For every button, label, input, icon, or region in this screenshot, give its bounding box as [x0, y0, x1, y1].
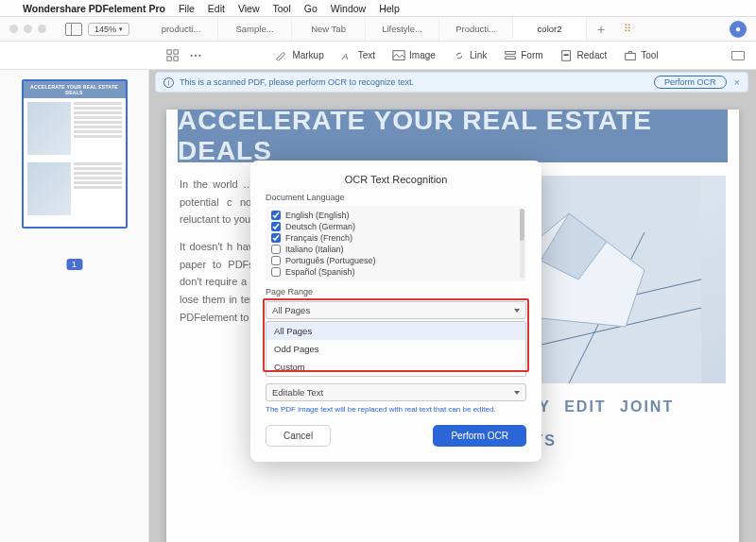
redact-icon — [560, 49, 574, 62]
svg-rect-9 — [506, 51, 516, 54]
lang-checkbox[interactable] — [271, 211, 281, 220]
svg-point-6 — [198, 54, 200, 56]
tab-5[interactable]: color2 — [513, 17, 587, 41]
svg-rect-10 — [506, 56, 516, 59]
output-helper-text: The PDF image text will be replaced with… — [266, 405, 526, 414]
ocr-notice-bar: i This is a scanned PDF, please perform … — [155, 72, 748, 93]
new-tab-button[interactable]: + — [587, 17, 615, 41]
traffic-close-icon[interactable] — [9, 25, 18, 33]
language-list[interactable]: English (English) Deutsch (German) Franç… — [266, 206, 526, 281]
lang-option-spanish[interactable]: Español (Spanish) — [271, 266, 521, 278]
traffic-lights — [0, 25, 56, 33]
form-tool[interactable]: Form — [504, 49, 542, 62]
zoom-dropdown[interactable]: 145% — [88, 23, 129, 36]
page-range-select[interactable]: All Pages — [266, 301, 526, 319]
svg-rect-0 — [167, 49, 171, 53]
svg-rect-12 — [563, 54, 568, 56]
app-name: Wondershare PDFelement Pro — [23, 3, 165, 14]
language-label: Document Language — [266, 193, 526, 202]
lang-option-french[interactable]: Français (French) — [271, 232, 521, 244]
image-tool[interactable]: Image — [392, 49, 436, 62]
menu-dots-icon[interactable] — [189, 49, 202, 62]
lang-option-english[interactable]: English (English) — [271, 210, 521, 221]
thumbnail-sidebar: ACCELERATE YOUR REAL ESTATE DEALS 1 — [0, 70, 149, 542]
svg-point-5 — [195, 54, 197, 56]
ocr-dialog: OCR Text Recognition Document Language E… — [250, 161, 541, 462]
lang-checkbox[interactable] — [271, 222, 281, 231]
menu-edit[interactable]: Edit — [208, 3, 225, 14]
page-range-label: Page Range — [266, 287, 526, 296]
svg-rect-13 — [626, 53, 636, 59]
document-tabs: producti... Sample... New Tab Lifestyle.… — [145, 17, 730, 41]
text-tool[interactable]: A Text — [341, 49, 375, 62]
notice-text: This is a scanned PDF, please perform OC… — [180, 77, 414, 87]
info-icon: i — [163, 77, 174, 88]
zoom-value: 145% — [94, 25, 116, 34]
menu-tool[interactable]: Tool — [273, 3, 291, 14]
svg-rect-2 — [167, 56, 171, 59]
tool-menu[interactable]: Tool — [624, 49, 658, 62]
dialog-title: OCR Text Recognition — [266, 174, 526, 185]
lang-checkbox[interactable] — [271, 256, 281, 265]
perform-ocr-button[interactable]: Perform OCR — [433, 425, 526, 447]
menu-window[interactable]: Window — [331, 3, 366, 14]
user-avatar-icon[interactable]: ● — [730, 21, 747, 38]
panel-layout-icon[interactable] — [65, 23, 82, 36]
redact-tool[interactable]: Redact — [560, 49, 608, 62]
lang-option-italian[interactable]: Italiano (Italian) — [271, 244, 521, 255]
thumb-header: ACCELERATE YOUR REAL ESTATE DEALS — [24, 81, 126, 98]
reading-mode-icon[interactable] — [731, 51, 745, 60]
markup-tool[interactable]: Markup — [275, 49, 323, 62]
lang-option-portuguese[interactable]: Português (Portuguese) — [271, 255, 521, 266]
menu-view[interactable]: View — [238, 3, 260, 14]
traffic-min-icon[interactable] — [24, 25, 32, 33]
range-option-all[interactable]: All Pages — [266, 322, 525, 340]
lang-option-german[interactable]: Deutsch (German) — [271, 221, 521, 232]
range-option-odd[interactable]: Odd Pages — [266, 340, 525, 358]
tab-2[interactable]: New Tab — [292, 17, 366, 41]
language-scrollbar-thumb[interactable] — [520, 209, 524, 241]
lang-checkbox[interactable] — [271, 245, 281, 254]
main-toolbar: Markup A Text Image Link Form Redact Too… — [0, 42, 756, 70]
page-thumbnail-1[interactable]: ACCELERATE YOUR REAL ESTATE DEALS 1 — [9, 79, 139, 251]
image-icon — [392, 49, 405, 62]
text-icon: A — [341, 49, 354, 62]
app-grid-icon[interactable]: ⠿ — [615, 17, 640, 41]
svg-rect-3 — [174, 56, 178, 59]
perform-ocr-pill-button[interactable]: Perform OCR — [654, 76, 727, 89]
tab-4[interactable]: Producti... — [439, 17, 513, 41]
thumbnail-page-badge: 1 — [66, 259, 82, 270]
output-type-select[interactable]: Editable Text — [266, 383, 526, 401]
svg-rect-1 — [174, 49, 178, 53]
lang-checkbox[interactable] — [271, 233, 281, 243]
svg-point-4 — [191, 54, 193, 56]
window-chrome: 145% producti... Sample... New Tab Lifes… — [0, 17, 756, 42]
link-tool[interactable]: Link — [453, 49, 487, 62]
tab-0[interactable]: producti... — [145, 17, 218, 41]
thumb-image-placeholder — [27, 162, 71, 215]
page-range-dropdown: All Pages Odd Pages Custom — [266, 321, 526, 377]
document-banner: ACCELERATE YOUR REAL ESTATE DEALS — [178, 110, 728, 162]
tab-1[interactable]: Sample... — [218, 17, 292, 41]
mac-menubar: Wondershare PDFelement Pro File Edit Vie… — [0, 0, 756, 17]
menu-file[interactable]: File — [179, 3, 195, 14]
thumbnails-view-icon[interactable] — [166, 49, 180, 62]
lang-checkbox[interactable] — [271, 267, 281, 277]
menu-go[interactable]: Go — [304, 3, 318, 14]
svg-text:A: A — [341, 50, 348, 60]
cancel-button[interactable]: Cancel — [266, 425, 331, 447]
toolbox-icon — [624, 49, 637, 62]
traffic-max-icon[interactable] — [38, 25, 46, 33]
notice-close-icon[interactable]: × — [734, 76, 740, 88]
page-range-group: All Pages All Pages Odd Pages Custom — [266, 300, 526, 377]
link-icon — [453, 49, 466, 62]
thumb-image-placeholder — [27, 102, 71, 155]
form-icon — [504, 49, 517, 62]
markup-icon — [275, 49, 288, 62]
range-option-custom[interactable]: Custom — [266, 358, 525, 376]
menu-help[interactable]: Help — [379, 3, 400, 14]
tab-3[interactable]: Lifestyle... — [366, 17, 439, 41]
